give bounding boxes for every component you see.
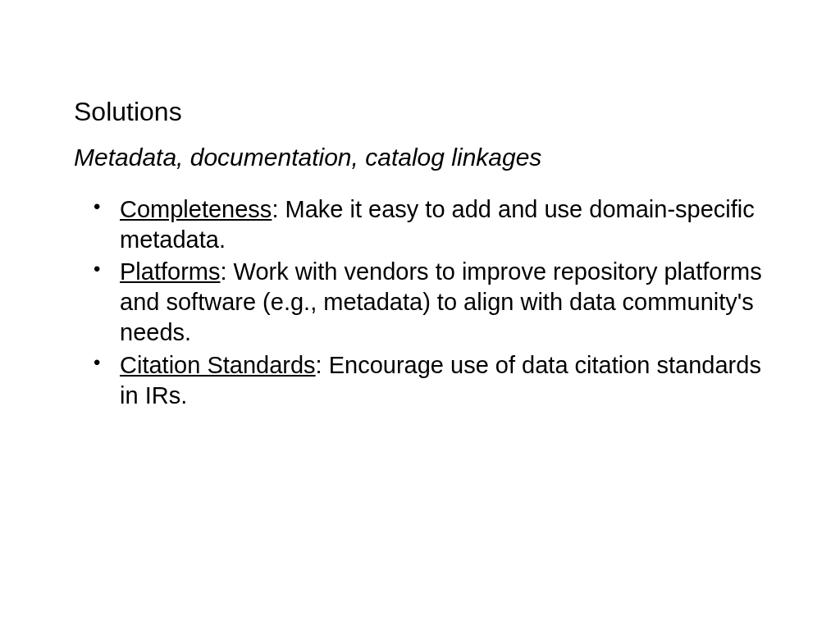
slide-subtitle: Metadata, documentation, catalog linkage… — [74, 144, 766, 171]
list-item: Completeness: Make it easy to add and us… — [97, 194, 766, 255]
slide-title: Solutions — [74, 97, 766, 127]
list-item: Platforms: Work with vendors to improve … — [97, 257, 766, 348]
bullet-term: Platforms — [120, 258, 220, 285]
bullet-term: Citation Standards — [120, 352, 316, 378]
list-item: Citation Standards: Encourage use of dat… — [97, 350, 766, 411]
bullet-list: Completeness: Make it easy to add and us… — [74, 194, 766, 411]
bullet-term: Completeness — [120, 196, 272, 222]
